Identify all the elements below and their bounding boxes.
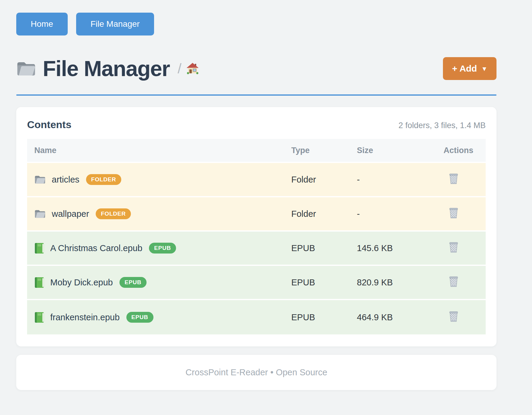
- file-table: Name Type Size Actions articles FOLDER F…: [27, 139, 486, 334]
- top-nav: Home File Manager: [16, 13, 496, 35]
- delete-button[interactable]: [448, 173, 459, 185]
- divider: [16, 94, 496, 96]
- folder-badge: FOLDER: [96, 208, 131, 219]
- file-name-link[interactable]: Moby Dick.epub: [50, 278, 113, 287]
- delete-button[interactable]: [448, 207, 459, 219]
- breadcrumb-separator: /: [178, 60, 181, 77]
- delete-button[interactable]: [448, 275, 459, 287]
- contents-card: Contents 2 folders, 3 files, 1.4 MB Name…: [16, 107, 496, 346]
- add-button[interactable]: + Add ▼: [443, 57, 496, 80]
- home-breadcrumb-icon[interactable]: [186, 63, 199, 75]
- table-row: frankenstein.epub EPUB EPUB 464.9 KB: [27, 300, 486, 334]
- type-cell: EPUB: [291, 278, 357, 287]
- contents-heading: Contents: [27, 118, 71, 131]
- delete-button[interactable]: [448, 310, 459, 322]
- book-icon: [34, 312, 44, 323]
- title-group: File Manager /: [16, 58, 443, 79]
- delete-button[interactable]: [448, 241, 459, 253]
- size-cell: 820.9 KB: [357, 278, 444, 287]
- size-cell: 464.9 KB: [357, 312, 444, 322]
- type-cell: Folder: [291, 209, 357, 219]
- table-row: articles FOLDER Folder -: [27, 163, 486, 197]
- size-cell: -: [357, 175, 444, 185]
- page-header: File Manager / + Add ▼: [16, 57, 496, 80]
- type-cell: Folder: [291, 175, 357, 185]
- type-cell: EPUB: [291, 312, 357, 322]
- add-button-label: + Add: [452, 64, 477, 73]
- contents-summary: 2 folders, 3 files, 1.4 MB: [398, 121, 486, 130]
- book-icon: [34, 277, 44, 288]
- trash-icon: [448, 275, 459, 287]
- trash-icon: [448, 173, 459, 185]
- folder-badge: FOLDER: [86, 174, 121, 185]
- epub-badge: EPUB: [119, 277, 147, 288]
- trash-icon: [448, 207, 459, 219]
- table-header-row: Name Type Size Actions: [27, 139, 486, 163]
- file-name-link[interactable]: articles: [52, 175, 79, 185]
- epub-badge: EPUB: [149, 243, 176, 254]
- file-manager-button[interactable]: File Manager: [76, 13, 154, 35]
- page-title: File Manager: [43, 58, 170, 79]
- size-cell: -: [357, 209, 444, 219]
- size-cell: 145.6 KB: [357, 243, 444, 253]
- file-name-link[interactable]: A Christmas Carol.epub: [50, 243, 142, 253]
- column-header-size: Size: [357, 146, 444, 155]
- table-row: wallpaper FOLDER Folder -: [27, 197, 486, 232]
- footer-text: CrossPoint E-Reader • Open Source: [185, 367, 327, 377]
- trash-icon: [448, 310, 459, 322]
- footer-card: CrossPoint E-Reader • Open Source: [16, 355, 496, 390]
- type-cell: EPUB: [291, 243, 357, 253]
- column-header-actions: Actions: [444, 146, 486, 155]
- file-manager-page: Home File Manager File Manager / + Add ▼…: [0, 0, 532, 390]
- contents-header: Contents 2 folders, 3 files, 1.4 MB: [27, 118, 486, 131]
- column-header-type: Type: [291, 146, 357, 155]
- trash-icon: [448, 241, 459, 253]
- table-row: A Christmas Carol.epub EPUB EPUB 145.6 K…: [27, 232, 486, 266]
- file-name-link[interactable]: frankenstein.epub: [50, 312, 120, 322]
- folder-icon: [34, 174, 46, 185]
- book-icon: [34, 243, 44, 254]
- chevron-down-icon: ▼: [481, 66, 487, 72]
- column-header-name: Name: [27, 146, 291, 155]
- table-row: Moby Dick.epub EPUB EPUB 820.9 KB: [27, 266, 486, 300]
- home-button[interactable]: Home: [16, 13, 68, 35]
- folder-icon: [34, 209, 46, 219]
- file-name-link[interactable]: wallpaper: [52, 209, 89, 219]
- folder-icon: [16, 60, 36, 77]
- epub-badge: EPUB: [126, 312, 153, 323]
